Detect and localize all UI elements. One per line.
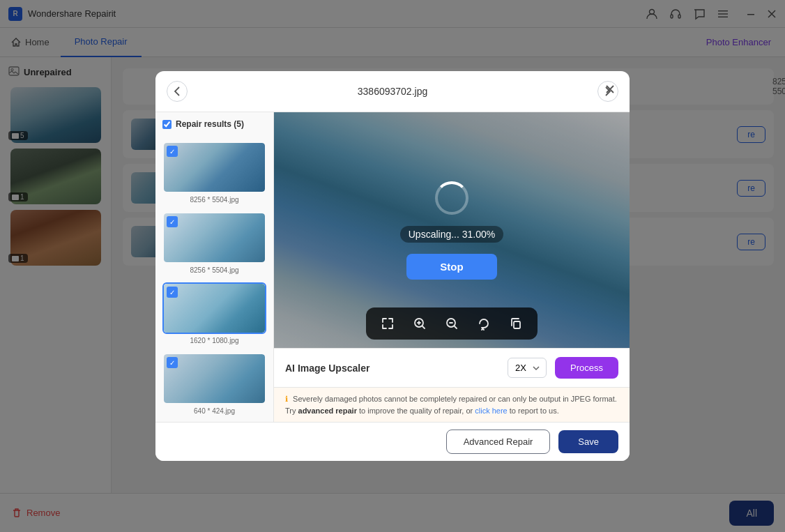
modal-image-area: Upscaling... 31.00% Stop (274, 112, 630, 422)
copy-button[interactable] (505, 313, 526, 334)
image-toolbar (366, 307, 538, 340)
thumb-label-3: 1620 * 1080.jpg (162, 337, 266, 344)
loading-spinner (435, 181, 468, 215)
thumb-preview-3 (164, 284, 265, 333)
modal-thumb-item-2[interactable]: ✓ 8256 * 5504.jpg (162, 212, 266, 274)
info-icon: ℹ (285, 395, 288, 403)
thumb-preview-2 (164, 213, 265, 262)
zoom-out-button[interactable] (441, 313, 462, 334)
thumb-check-4: ✓ (167, 357, 178, 368)
modal-footer: Advanced Repair Save (155, 422, 630, 461)
thumb-label-2: 8256 * 5504.jpg (162, 266, 266, 274)
modal-thumb-item-1[interactable]: ✓ 8256 * 5504.jpg (162, 142, 266, 204)
modal-filename: 3386093702.jpg (188, 86, 597, 97)
thumb-label-4: 640 * 424.jpg (162, 407, 266, 415)
upscaler-label: AI Image Upscaler (285, 363, 369, 374)
thumb-check-3: ✓ (167, 287, 178, 298)
upscaler-section: AI Image Upscaler 2X 4X Process (274, 348, 630, 387)
info-bold-text: advanced repair (298, 406, 357, 415)
modal-image-container: Upscaling... 31.00% Stop (274, 112, 630, 348)
info-text-3: to report to us. (510, 406, 559, 415)
save-button[interactable]: Save (558, 430, 618, 453)
expand-button[interactable] (377, 313, 398, 334)
rotate-button[interactable] (473, 313, 494, 334)
thumb-label-1: 8256 * 5504.jpg (162, 196, 266, 204)
svg-rect-14 (514, 321, 520, 328)
modal-overlay: 3386093702.jpg Repair results (5) (0, 0, 785, 532)
process-button[interactable]: Process (555, 357, 618, 379)
repair-results-label: Repair results (5) (176, 119, 244, 129)
modal-thumb-item-4[interactable]: ✓ 640 * 424.jpg (162, 353, 266, 415)
advanced-repair-button[interactable]: Advanced Repair (446, 430, 551, 454)
upscaling-status: Upscaling... (409, 229, 459, 240)
stop-button[interactable]: Stop (406, 254, 496, 280)
modal: 3386093702.jpg Repair results (5) (155, 71, 630, 461)
modal-prev-button[interactable] (167, 81, 188, 102)
info-link[interactable]: click here (475, 406, 507, 415)
upscaling-percent: 31.00% (462, 229, 495, 240)
thumb-preview-1 (164, 143, 265, 192)
zoom-in-button[interactable] (409, 313, 430, 334)
modal-thumb-item-3[interactable]: ✓ 1620 * 1080.jpg (162, 282, 266, 344)
thumb-preview-4 (164, 354, 265, 403)
scale-select[interactable]: 2X 4X (508, 358, 547, 378)
progress-text: Upscaling... 31.00% (400, 226, 504, 243)
modal-sidebar: Repair results (5) ✓ 8256 * 5504.jpg ✓ (155, 112, 274, 422)
select-all-checkbox[interactable] (162, 120, 172, 129)
app-window: R Wondershare Repairit (0, 0, 785, 532)
modal-header: 3386093702.jpg (155, 71, 630, 112)
thumb-check-1: ✓ (167, 146, 178, 157)
info-section: ℹ Severely damaged photos cannot be comp… (274, 387, 630, 422)
thumb-check-2: ✓ (167, 216, 178, 227)
info-text-2: to improve the quality of repair, or (359, 406, 475, 415)
modal-body: Repair results (5) ✓ 8256 * 5504.jpg ✓ (155, 112, 630, 422)
modal-close-button[interactable] (600, 79, 620, 99)
modal-sidebar-header: Repair results (5) (162, 119, 266, 133)
